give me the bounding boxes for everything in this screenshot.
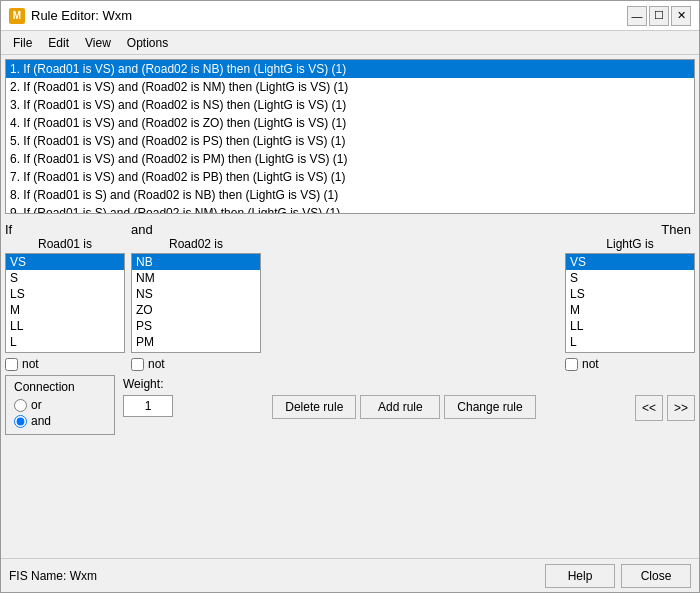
rule-item[interactable]: 4. If (Road01 is VS) and (Road02 is ZO) …	[6, 114, 694, 132]
status-bar: FIS Name: Wxm Help Close	[1, 558, 699, 592]
menu-file[interactable]: File	[5, 34, 40, 52]
minimize-button[interactable]: —	[627, 6, 647, 26]
lightg-item[interactable]: V	[566, 350, 694, 353]
lightg-item[interactable]: M	[566, 302, 694, 318]
not1-label: not	[22, 357, 39, 371]
delete-rule-button[interactable]: Delete rule	[272, 395, 356, 419]
weight-area: Weight:	[123, 375, 173, 417]
action-buttons: Delete rule Add rule Change rule	[181, 395, 627, 419]
rule-item[interactable]: 1. If (Road01 is VS) and (Road02 is NB) …	[6, 60, 694, 78]
main-window: M Rule Editor: Wxm — ☐ ✕ File Edit View …	[0, 0, 700, 593]
road01-header: Road01 is	[5, 237, 125, 251]
road01-item[interactable]: L	[6, 334, 124, 350]
if-label: If	[5, 222, 125, 237]
lightg-item[interactable]: LS	[566, 286, 694, 302]
close-window-button[interactable]: ✕	[671, 6, 691, 26]
road02-item[interactable]: NB	[132, 254, 260, 270]
and-radio-label: and	[31, 414, 51, 428]
road01-item[interactable]: LL	[6, 318, 124, 334]
rule-item[interactable]: 2. If (Road01 is VS) and (Road02 is NM) …	[6, 78, 694, 96]
change-rule-button[interactable]: Change rule	[444, 395, 535, 419]
close-button[interactable]: Close	[621, 564, 691, 588]
fis-name: FIS Name: Wxm	[9, 569, 97, 583]
lightg-header: LightG is	[565, 237, 695, 251]
conditions-wrapper: Road01 is VSSLSMLLLV not Road02 is NBNMN…	[1, 237, 699, 371]
title-bar: M Rule Editor: Wxm — ☐ ✕	[1, 1, 699, 31]
road02-item[interactable]: ZO	[132, 302, 260, 318]
road02-item[interactable]: PM	[132, 334, 260, 350]
and-radio[interactable]	[14, 415, 27, 428]
road02-listbox[interactable]: NBNMNSZOPSPMPB	[131, 253, 261, 353]
not2-label: not	[148, 357, 165, 371]
rule-item[interactable]: 7. If (Road01 is VS) and (Road02 is PB) …	[6, 168, 694, 186]
road02-item[interactable]: NM	[132, 270, 260, 286]
road01-listbox[interactable]: VSSLSMLLLV	[5, 253, 125, 353]
menu-bar: File Edit View Options	[1, 31, 699, 55]
menu-view[interactable]: View	[77, 34, 119, 52]
not2-checkbox[interactable]	[131, 358, 144, 371]
road01-item[interactable]: VS	[6, 254, 124, 270]
then-label: Then	[267, 222, 695, 237]
not1-checkbox[interactable]	[5, 358, 18, 371]
lightg-listbox[interactable]: VSSLSMLLLV	[565, 253, 695, 353]
maximize-button[interactable]: ☐	[649, 6, 669, 26]
road01-item[interactable]: V	[6, 350, 124, 353]
road02-item[interactable]: PS	[132, 318, 260, 334]
not2-row: not	[131, 357, 261, 371]
nav-prev-button[interactable]: <<	[635, 395, 663, 421]
not3-label: not	[582, 357, 599, 371]
and-label: and	[131, 222, 261, 237]
or-label: or	[31, 398, 42, 412]
rule-item[interactable]: 8. If (Road01 is S) and (Road02 is NB) t…	[6, 186, 694, 204]
connection-title: Connection	[14, 380, 106, 394]
window-title: Rule Editor: Wxm	[31, 8, 132, 23]
not3-checkbox[interactable]	[565, 358, 578, 371]
weight-input[interactable]	[123, 395, 173, 417]
then-column-inner: LightG is VSSLSMLLLV not	[565, 237, 695, 371]
nav-next-button[interactable]: >>	[667, 395, 695, 421]
and-column: Road02 is NBNMNSZOPSPMPB not	[131, 237, 261, 371]
window-controls: — ☐ ✕	[627, 6, 691, 26]
lightg-item[interactable]: S	[566, 270, 694, 286]
connection-box: Connection or and	[5, 375, 115, 435]
menu-edit[interactable]: Edit	[40, 34, 77, 52]
road02-header: Road02 is	[131, 237, 261, 251]
road01-item[interactable]: M	[6, 302, 124, 318]
road01-item[interactable]: S	[6, 270, 124, 286]
rule-item[interactable]: 6. If (Road01 is VS) and (Road02 is PM) …	[6, 150, 694, 168]
or-radio-row: or	[14, 398, 106, 412]
road01-item[interactable]: LS	[6, 286, 124, 302]
if-column: Road01 is VSSLSMLLLV not	[5, 237, 125, 371]
bottom-area: Connection or and Weight: Delete rule Ad…	[1, 371, 699, 439]
weight-label: Weight:	[123, 377, 173, 391]
title-bar-left: M Rule Editor: Wxm	[9, 8, 132, 24]
add-rule-button[interactable]: Add rule	[360, 395, 440, 419]
section-labels: If and Then	[1, 218, 699, 237]
rule-item[interactable]: 3. If (Road01 is VS) and (Road02 is NS) …	[6, 96, 694, 114]
status-buttons: Help Close	[545, 564, 691, 588]
rules-list-container[interactable]: 1. If (Road01 is VS) and (Road02 is NB) …	[5, 59, 695, 214]
help-button[interactable]: Help	[545, 564, 615, 588]
and-radio-row: and	[14, 414, 106, 428]
road02-item[interactable]: NS	[132, 286, 260, 302]
then-column: LightG is VSSLSMLLLV not	[267, 237, 695, 371]
menu-options[interactable]: Options	[119, 34, 176, 52]
matlab-icon: M	[9, 8, 25, 24]
lightg-item[interactable]: L	[566, 334, 694, 350]
nav-buttons: << >>	[635, 395, 695, 421]
not3-row: not	[565, 357, 695, 371]
not1-row: not	[5, 357, 125, 371]
rules-list: 1. If (Road01 is VS) and (Road02 is NB) …	[6, 60, 694, 214]
lightg-item[interactable]: LL	[566, 318, 694, 334]
or-radio[interactable]	[14, 399, 27, 412]
lightg-item[interactable]: VS	[566, 254, 694, 270]
road02-item[interactable]: PB	[132, 350, 260, 353]
rule-item[interactable]: 9. If (Road01 is S) and (Road02 is NM) t…	[6, 204, 694, 214]
rule-item[interactable]: 5. If (Road01 is VS) and (Road02 is PS) …	[6, 132, 694, 150]
